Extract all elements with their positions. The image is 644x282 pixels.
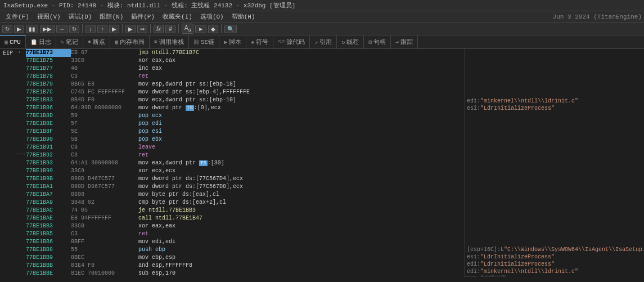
disasm-mnemonic: cmp byte ptr ds:[eax+2],cl bbox=[138, 199, 464, 207]
toolbar-btn-9[interactable]: ▶ bbox=[109, 25, 119, 33]
disasm-row[interactable]: 77BE1B73EB 07jmp ntdll.77BE1B7C bbox=[26, 49, 464, 57]
tab-handle[interactable]: ⊞ 句柄 bbox=[364, 35, 391, 48]
tab-ref[interactable]: ↗ 引用 bbox=[310, 35, 337, 48]
disasm-row[interactable]: 77BE1B7CC745 FC FEFFFFFFmov dword ptr ss… bbox=[26, 88, 464, 96]
toolbar-btn-5[interactable]: → bbox=[56, 25, 67, 33]
disasm-row[interactable]: 77BE1B9933C9xor ecx,ecx bbox=[26, 167, 464, 175]
disasm-row[interactable]: 77BE1BAC74 05je ntdll.77BE1BB3 bbox=[26, 207, 464, 214]
tabs-bar: ▣ CPU 📋 日志 ✎ 笔记 ● 断点 ▦ 内存布局 ≡ 调用堆栈 ⛓ SE链… bbox=[0, 35, 644, 49]
menu-file[interactable]: 文件(F) bbox=[2, 12, 33, 21]
toolbar-btn-hash[interactable]: # bbox=[165, 25, 175, 33]
disasm-row[interactable]: 77BE1B798B65 E8mov esp,dword ptr ss:[ebp… bbox=[26, 80, 464, 88]
tab-memory-label: 内存布局 bbox=[120, 38, 145, 46]
disasm-row[interactable]: 77BE1B7533C0xor eax,eax bbox=[26, 57, 464, 65]
toolbar-btn-7[interactable]: ↓ bbox=[85, 25, 96, 33]
disasm-row[interactable]: 77BE1BA78808mov byte ptr ds:[eax],cl bbox=[26, 191, 464, 199]
disasm-row[interactable]: 77BE1B838B4D F0mov ecx,dword ptr ss:[ebp… bbox=[26, 96, 464, 104]
toolbar-btn-10[interactable]: ⇒ bbox=[137, 25, 147, 33]
disasm-row[interactable]: 77BE1BA93848 02cmp byte ptr ds:[eax+2],c… bbox=[26, 199, 464, 207]
disasm-addr: 77BE1B7C bbox=[26, 88, 71, 96]
disasm-row[interactable]: 77BE1B91C9leave bbox=[26, 144, 464, 151]
toolbar-btn-fx[interactable]: fx bbox=[154, 25, 164, 33]
comment-7: edi:"minkernel\\ntdll\\ldrinit.c" bbox=[466, 97, 643, 105]
eip-arrow: → bbox=[17, 49, 20, 55]
toolbar-btn-b[interactable]: ► bbox=[195, 25, 206, 33]
tab-stack[interactable]: ≡ 调用堆栈 bbox=[150, 35, 189, 48]
disasm-row[interactable]: 77BE1BA1890D D867C577mov dword ptr ds:[7… bbox=[26, 183, 464, 191]
disasm-row[interactable]: 77BE1BB68BFFmov edi,edi bbox=[26, 238, 464, 246]
disasm-mnemonic: pop ecx bbox=[138, 112, 464, 120]
disasm-addr: 77BE1B91 bbox=[26, 144, 71, 151]
menu-plugins[interactable]: 插件(P) bbox=[128, 12, 158, 21]
disasm-row[interactable]: 77BE1BBE81EC 70010000sub esp,170 bbox=[26, 270, 464, 277]
tab-symbol[interactable]: ◈ 符号 bbox=[246, 35, 273, 48]
disasm-bytes: C3 bbox=[71, 151, 138, 159]
disasm-mnemonic: mov esp,dword ptr ss:[ebp-18] bbox=[138, 80, 464, 88]
disasm-mnemonic: mov eax,dword ptr TS:[30] bbox=[138, 159, 464, 167]
disasm-row[interactable]: 77BE1B8F5Epop esi bbox=[26, 128, 464, 136]
tab-se[interactable]: ⛓ SE链 bbox=[189, 35, 219, 48]
tab-symbol-label: 符号 bbox=[256, 38, 268, 46]
disasm-row[interactable]: 77BE1B9B890D D467C577mov dword ptr ds:[7… bbox=[26, 175, 464, 183]
disasm-addr: 77BE1B93 bbox=[26, 159, 71, 167]
tab-thread[interactable]: ↻ 线程 bbox=[337, 35, 364, 48]
menu-trace[interactable]: 跟踪(N) bbox=[96, 12, 127, 21]
menu-options[interactable]: 选项(O) bbox=[197, 12, 227, 21]
disasm-row[interactable]: 77BE1BB5C3ret bbox=[26, 230, 464, 238]
tab-break[interactable]: ● 断点 bbox=[83, 35, 110, 48]
menu-view[interactable]: 视图(V) bbox=[34, 12, 64, 21]
disasm-row[interactable]: 77BE1B8E5Fpop edi bbox=[26, 120, 464, 128]
toolbar-btn-c[interactable]: ◆ bbox=[208, 25, 218, 33]
disasm-row[interactable]: 77BE1B9364:A1 30000000mov eax,dword ptr … bbox=[26, 159, 464, 167]
disasm-bytes: 33C0 bbox=[71, 222, 138, 230]
tab-script[interactable]: ▶ 脚本 bbox=[219, 35, 246, 48]
disasm-row[interactable]: 77BE1B7740inc eax bbox=[26, 65, 464, 73]
disasm-row[interactable]: 77BE1B8664:89D 00000000mov dword ptr TS:… bbox=[26, 104, 464, 112]
disasm-mnemonic: je ntdll.77BE1BB3 bbox=[138, 207, 464, 214]
disasm-row[interactable]: 77BE1B92C3ret bbox=[26, 151, 464, 159]
tab-note[interactable]: ✎ 笔记 bbox=[56, 35, 83, 48]
disasm-row[interactable]: 77BE1BB333C0xor eax,eax bbox=[26, 222, 464, 230]
disasm-addr: 77BE1BAE bbox=[26, 214, 71, 222]
disasm-row[interactable]: 77BE1BB855push ebp bbox=[26, 246, 464, 254]
tab-break-label: 断点 bbox=[93, 38, 105, 46]
disasm-mnemonic: xor eax,eax bbox=[138, 222, 464, 230]
disasm-mnemonic: sub esp,170 bbox=[138, 270, 464, 277]
toolbar-btn-8[interactable]: ↑ bbox=[97, 25, 107, 33]
break-tab-icon: ● bbox=[88, 39, 91, 45]
tab-trace[interactable]: ↩ 跟踪 bbox=[391, 35, 418, 48]
disasm-row[interactable]: 77BE1B78C3ret bbox=[26, 73, 464, 80]
disasm-row[interactable]: 77BE1BBB83E4 F8and esp,FFFFFFF8 bbox=[26, 262, 464, 270]
toolbar-btn-step[interactable]: ▶ bbox=[125, 25, 136, 33]
menu-favorites[interactable]: 收藏夹(I) bbox=[159, 12, 196, 21]
tab-cpu[interactable]: ▣ CPU bbox=[0, 35, 26, 48]
cpu-tab-icon: ▣ bbox=[4, 39, 8, 46]
menu-debug[interactable]: 调试(D) bbox=[65, 12, 96, 21]
toolbar-btn-2[interactable]: ▶ bbox=[14, 25, 24, 33]
disasm-row[interactable]: 77BE1BAEE8 94FFFFFFFcall ntdll.77BE1B47 bbox=[26, 214, 464, 222]
disasm-row[interactable]: 77BE1B8D59pop ecx bbox=[26, 112, 464, 120]
disasm-row[interactable]: 77BE1BB98BECmov ebp,esp bbox=[26, 254, 464, 262]
log-tab-icon: 📋 bbox=[30, 39, 37, 46]
disasm-bytes: 83E4 F8 bbox=[71, 262, 138, 270]
toolbar-btn-6[interactable]: ↻ bbox=[69, 25, 79, 33]
toolbar-btn-4[interactable]: ▶▶ bbox=[40, 25, 55, 33]
disasm-bytes: 8BFF bbox=[71, 238, 138, 246]
tab-log[interactable]: 📋 日志 bbox=[26, 35, 56, 48]
tab-memory[interactable]: ▦ 内存布局 bbox=[110, 35, 150, 48]
disasm-row[interactable]: 77BE1B905Bpop ebx bbox=[26, 136, 464, 144]
toolbar-btn-3[interactable]: ▮▮ bbox=[26, 25, 38, 33]
tab-source[interactable]: <> 源代码 bbox=[273, 35, 310, 48]
toolbar-btn-d[interactable]: 🔍 bbox=[224, 25, 237, 33]
comment-29: [esp+16C]:L"C:\\Windows\\SysWOW64\\IsAge… bbox=[466, 246, 643, 253]
disasm-area[interactable]: 77BE1B73EB 07jmp ntdll.77BE1B7C77BE1B753… bbox=[26, 49, 464, 277]
toolbar-btn-1[interactable]: ↻ bbox=[2, 25, 12, 33]
disasm-mnemonic: mov dword ptr ds:[77C567D8],ecx bbox=[138, 183, 464, 191]
menu-help[interactable]: 帮助(H) bbox=[228, 12, 259, 21]
script-tab-icon: ▶ bbox=[224, 39, 227, 46]
source-tab-icon: <> bbox=[278, 39, 285, 45]
toolbar-btn-a[interactable]: Aa bbox=[182, 24, 193, 34]
disasm-bytes: 59 bbox=[71, 112, 138, 120]
disasm-bytes: 5F bbox=[71, 120, 138, 128]
disasm-mnemonic: mov ebp,esp bbox=[138, 254, 464, 262]
